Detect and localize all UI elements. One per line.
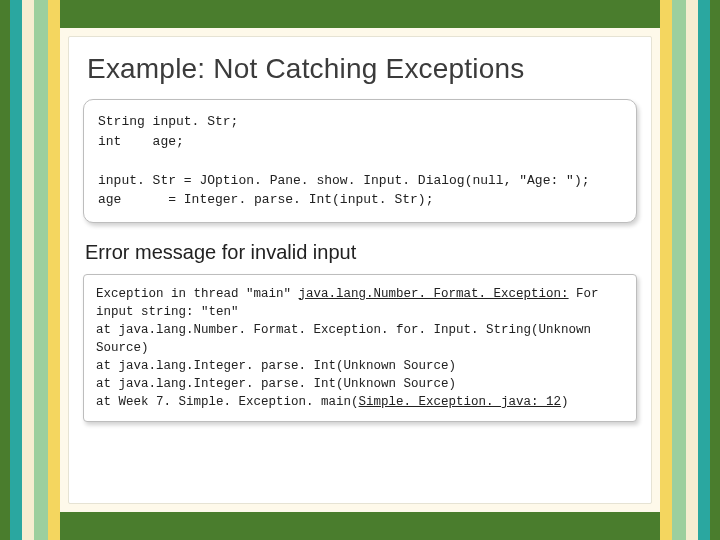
- border-top: [0, 0, 720, 28]
- error-panel: Exception in thread "main" java.lang.Num…: [83, 274, 637, 423]
- error-output: Exception in thread "main" java.lang.Num…: [96, 285, 624, 412]
- border-bottom: [0, 512, 720, 540]
- border-right: [660, 0, 720, 540]
- code-line: int age;: [98, 134, 184, 149]
- error-heading: Error message for invalid input: [85, 241, 637, 264]
- err-text: ): [561, 395, 569, 409]
- err-text: at java.lang.Integer. parse. Int(Unknown…: [96, 359, 456, 373]
- err-text: input string: "ten": [96, 305, 239, 319]
- err-source-link: Simple. Exception. java: 12: [359, 395, 562, 409]
- code-line: age = Integer. parse. Int(input. Str);: [98, 192, 433, 207]
- code-block: String input. Str; int age; input. Str =…: [98, 112, 622, 210]
- err-text: at java.lang.Number. Format. Exception. …: [96, 323, 599, 355]
- err-text: For: [569, 287, 599, 301]
- slide-frame: Example: Not Catching Exceptions String …: [0, 0, 720, 540]
- err-text: Exception in thread "main": [96, 287, 299, 301]
- code-line: input. Str = JOption. Pane. show. Input.…: [98, 173, 589, 188]
- err-text: at java.lang.Integer. parse. Int(Unknown…: [96, 377, 456, 391]
- err-text: at Week 7. Simple. Exception. main(: [96, 395, 359, 409]
- code-panel: String input. Str; int age; input. Str =…: [83, 99, 637, 223]
- slide-title: Example: Not Catching Exceptions: [87, 53, 637, 85]
- code-line: String input. Str;: [98, 114, 238, 129]
- border-left: [0, 0, 60, 540]
- slide-content: Example: Not Catching Exceptions String …: [68, 36, 652, 504]
- err-exception-class: java.lang.Number. Format. Exception:: [299, 287, 569, 301]
